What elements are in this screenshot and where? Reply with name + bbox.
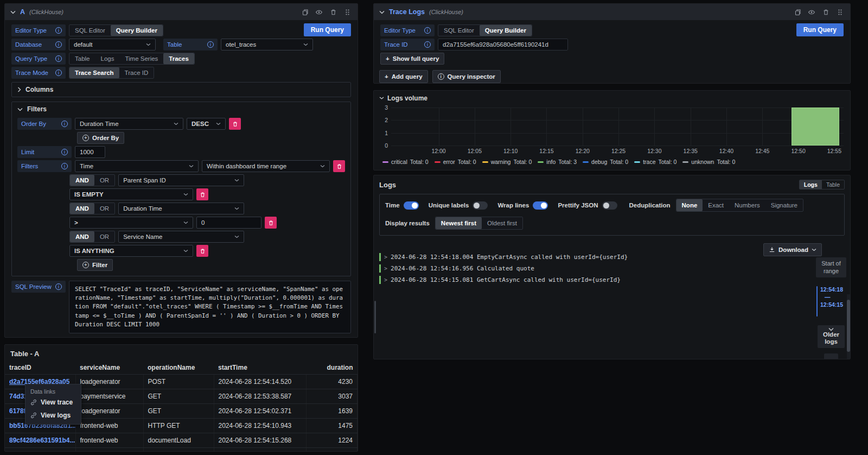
trace-mode-search[interactable]: Trace Search xyxy=(69,67,119,78)
toggle-switch[interactable] xyxy=(602,201,617,210)
bool-or[interactable]: OR xyxy=(94,175,114,186)
bool-or[interactable]: OR xyxy=(94,203,114,214)
drag-handle-icon[interactable] xyxy=(835,7,845,17)
legend-critical[interactable]: criticalTotal: 0 xyxy=(382,159,429,165)
bool-and[interactable]: AND xyxy=(70,231,94,242)
database-select[interactable]: default xyxy=(69,39,156,50)
condition-operator-select[interactable]: IS EMPTY xyxy=(69,188,193,200)
duplicate-icon[interactable] xyxy=(793,7,802,17)
trace-id-link[interactable]: 89cf4286e631591b4... xyxy=(5,433,75,448)
trace-mode-id[interactable]: Trace ID xyxy=(119,67,154,78)
bool-or[interactable]: OR xyxy=(94,231,114,242)
run-query-button[interactable]: Run Query xyxy=(304,23,351,36)
editor-type-builder[interactable]: Query Builder xyxy=(111,25,163,36)
col-header-operationname[interactable]: operationName xyxy=(143,361,214,375)
query-type-logs[interactable]: Logs xyxy=(95,53,120,64)
col-header-duration[interactable]: duration xyxy=(306,361,358,375)
add-order-by-button[interactable]: Order By xyxy=(77,132,124,144)
editor-type-sql[interactable]: SQL Editor xyxy=(69,25,111,36)
expand-log-icon[interactable]: > xyxy=(384,266,387,271)
toggle-switch[interactable] xyxy=(404,201,419,210)
legend-debug[interactable]: debugTotal: 0 xyxy=(583,159,628,165)
remove-condition-button[interactable] xyxy=(196,245,208,257)
logs-volume-chart[interactable]: 3 2 1 0 xyxy=(391,108,844,146)
columns-section-header[interactable]: Columns xyxy=(17,85,345,94)
scrollbar-thumb[interactable] xyxy=(847,300,850,352)
prettify-json-toggle[interactable]: Prettify JSON xyxy=(558,201,617,210)
collapse-icon[interactable] xyxy=(10,10,16,14)
eye-icon[interactable] xyxy=(314,7,324,17)
toggle-switch[interactable] xyxy=(533,201,548,210)
older-logs-button[interactable]: Older logs xyxy=(818,325,845,349)
query-type-timeseries[interactable]: Time Series xyxy=(119,53,163,64)
wrap-lines-toggle[interactable]: Wrap lines xyxy=(497,201,548,210)
order-by-field-select[interactable]: Duration Time xyxy=(75,118,183,130)
editor-type-sql[interactable]: SQL Editor xyxy=(438,25,480,36)
chevron-down-icon[interactable] xyxy=(379,97,384,100)
limit-input[interactable]: 1000 xyxy=(75,146,105,158)
remove-filter-button[interactable] xyxy=(333,160,345,172)
drag-handle-icon[interactable] xyxy=(342,7,352,17)
order-by-direction-select[interactable]: DESC xyxy=(187,118,226,130)
trash-icon[interactable] xyxy=(821,7,831,17)
col-header-servicename[interactable]: serviceName xyxy=(75,361,143,375)
filter-operator-select[interactable]: Within dashboard time range xyxy=(202,160,330,172)
duplicate-icon[interactable] xyxy=(300,7,310,17)
expand-log-icon[interactable]: > xyxy=(384,277,387,283)
filters-section-header[interactable]: Filters xyxy=(17,105,345,113)
remove-condition-button[interactable] xyxy=(196,188,208,200)
dedup-numbers[interactable]: Numbers xyxy=(729,199,765,211)
condition-operator-select[interactable]: > xyxy=(69,217,193,229)
condition-field-select[interactable]: Parent Span ID xyxy=(118,174,244,186)
legend-warning[interactable]: warningTotal: 0 xyxy=(482,159,532,165)
query-type-table[interactable]: Table xyxy=(69,53,95,64)
eye-icon[interactable] xyxy=(807,7,816,17)
remove-condition-button[interactable] xyxy=(265,217,277,229)
filter-field-select[interactable]: Time xyxy=(75,160,199,172)
legend-info[interactable]: infoTotal: 3 xyxy=(538,159,577,165)
expand-log-icon[interactable]: > xyxy=(384,254,387,260)
view-logs-option[interactable]: Logs xyxy=(800,180,822,189)
trace-id-input[interactable]: d2a7155ef6a928a05680e5ff6190241d xyxy=(438,39,568,50)
bool-and[interactable]: AND xyxy=(70,203,94,214)
condition-value-input[interactable]: 0 xyxy=(196,217,261,229)
view-logs-link[interactable]: View logs xyxy=(30,412,76,419)
condition-operator-select[interactable]: IS ANYTHING xyxy=(69,245,193,257)
show-full-query-button[interactable]: +Show full query xyxy=(380,53,444,65)
left-scrollbar[interactable] xyxy=(374,301,376,333)
time-toggle[interactable]: Time xyxy=(385,201,419,210)
oldest-first-option[interactable]: Oldest first xyxy=(482,217,522,229)
dedup-signature[interactable]: Signature xyxy=(765,199,803,211)
scroll-to-top-button[interactable]: ↑ xyxy=(824,353,838,359)
newest-first-option[interactable]: Newest first xyxy=(436,217,482,229)
add-query-button[interactable]: +Add query xyxy=(379,70,428,83)
collapse-icon[interactable] xyxy=(379,10,385,14)
legend-unknown[interactable]: unknownTotal: 0 xyxy=(682,159,735,165)
range-marker[interactable]: 12:54:18 — 12:54:15 xyxy=(816,286,843,317)
unique-labels-toggle[interactable]: Unique labels xyxy=(429,201,488,210)
col-header-traceid[interactable]: traceID xyxy=(5,361,75,375)
trace-id-link[interactable]: 9ae7fcf61941886... xyxy=(5,448,75,452)
dedup-none[interactable]: None xyxy=(676,199,703,211)
run-query-button[interactable]: Run Query xyxy=(796,23,844,36)
view-table-option[interactable]: Table xyxy=(822,180,844,189)
legend-error[interactable]: errorTotal: 0 xyxy=(435,159,476,165)
view-trace-link[interactable]: View trace xyxy=(30,399,76,406)
toggle-switch[interactable] xyxy=(473,201,488,210)
bool-and[interactable]: AND xyxy=(70,175,94,186)
legend-trace[interactable]: traceTotal: 0 xyxy=(634,159,676,165)
table-select[interactable]: otel_traces xyxy=(221,39,313,50)
editor-type-builder[interactable]: Query Builder xyxy=(480,25,532,36)
col-header-starttime[interactable]: startTime xyxy=(214,361,306,375)
remove-order-by-button[interactable] xyxy=(229,118,241,130)
query-inspector-button[interactable]: Query inspector xyxy=(432,70,501,83)
trash-icon[interactable] xyxy=(328,7,338,17)
dedup-exact[interactable]: Exact xyxy=(703,199,729,211)
info-logs-bar[interactable] xyxy=(792,108,839,146)
log-entry[interactable]: >2024-06-28 12:54:15.081 GetCartAsync ca… xyxy=(379,276,812,284)
log-entry[interactable]: >2024-06-28 12:54:18.004 EmptyCartAsync … xyxy=(379,253,812,261)
query-type-traces[interactable]: Traces xyxy=(163,53,194,64)
log-entry[interactable]: >2024-06-28 12:54:16.956 Calculated quot… xyxy=(379,264,812,273)
condition-field-select[interactable]: Duration Time xyxy=(118,203,244,214)
add-filter-button[interactable]: Filter xyxy=(77,259,113,271)
